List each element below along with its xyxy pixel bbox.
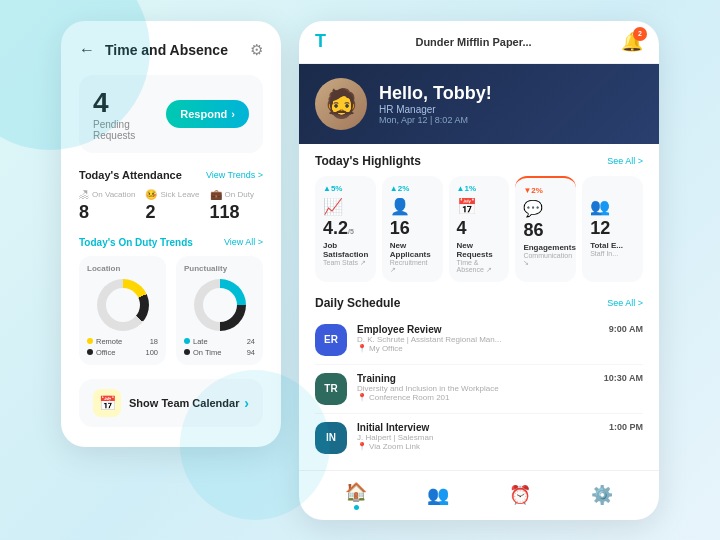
review-avatar: ER — [315, 324, 347, 356]
trends-title: Today's On Duty Trends — [79, 237, 193, 248]
punctuality-donut-chart — [194, 279, 246, 331]
ontime-label: On Time — [193, 348, 221, 357]
staff-icon: 👥 — [590, 197, 635, 216]
job-sat-badge: ▲5% — [323, 184, 368, 193]
respond-arrow-icon: › — [231, 108, 235, 120]
applicants-icon: 👤 — [390, 197, 435, 216]
eng-icon: 💬 — [523, 199, 568, 218]
team-icon: 👥 — [427, 484, 449, 506]
legend-office-left: Office — [87, 348, 115, 357]
highlight-engagements: ▼2% 💬 86 Engagements Communication ↘ — [515, 176, 576, 282]
gear-icon[interactable]: ⚙ — [250, 41, 263, 59]
duty-label: On Duty — [225, 190, 254, 199]
highlights-section: Today's Highlights See All > ▲5% 📈 4.2/5… — [299, 144, 659, 288]
interview-sub: J. Halpert | Salesman — [357, 433, 599, 442]
highlight-staff: 👥 12 Total E... Staff In... — [582, 176, 643, 282]
greeting-text: Hello, Tobby! HR Manager Mon, Apr 12 | 8… — [379, 83, 492, 125]
legend-ontime: On Time 94 — [184, 348, 255, 357]
location-title: Location — [87, 264, 158, 273]
schedule-item-training: TR Training Diversity and Inclusion in t… — [315, 365, 643, 414]
trends-row: Location Remote 18 O — [79, 256, 263, 365]
hero-section: 🧔 Hello, Tobby! HR Manager Mon, Apr 12 |… — [299, 64, 659, 144]
staff-category: Staff In... — [590, 250, 635, 257]
attendance-header: Today's Attendance View Trends > — [79, 169, 263, 181]
training-title: Training — [357, 373, 594, 384]
sick-icon: 🤒 — [145, 189, 157, 200]
training-initials: TR — [324, 383, 337, 394]
attendance-duty: 💼 On Duty 118 — [210, 189, 254, 223]
nav-time[interactable]: ⏰ — [509, 484, 531, 506]
training-location: 📍Conference Room 201 — [357, 393, 594, 402]
company-name: Dunder Mifflin Paper... — [415, 36, 531, 48]
requests-value: 4 — [457, 218, 467, 238]
avatar: 🧔 — [315, 78, 367, 130]
training-time: 10:30 AM — [604, 373, 643, 383]
respond-label: Respond — [180, 108, 227, 120]
donut-hole — [106, 288, 140, 322]
job-sat-category: Team Stats ↗ — [323, 259, 368, 267]
bottom-nav: 🏠 👥 ⏰ ⚙️ — [299, 470, 659, 520]
nav-home[interactable]: 🏠 — [345, 481, 367, 510]
legend-ontime-left: On Time — [184, 348, 221, 357]
schedule-see-all[interactable]: See All > — [607, 298, 643, 308]
remote-label: Remote — [96, 337, 122, 346]
schedule-title: Daily Schedule — [315, 296, 400, 310]
location-donut-chart — [97, 279, 149, 331]
duty-icon: 💼 — [210, 189, 222, 200]
job-sat-label: Job Satisfaction — [323, 241, 368, 259]
nav-settings[interactable]: ⚙️ — [591, 484, 613, 506]
pin-icon: 📍 — [357, 344, 367, 353]
attendance-sick: 🤒 Sick Leave 2 — [145, 189, 199, 223]
notification-area: 🔔 2 — [621, 31, 643, 53]
duty-label-row: 💼 On Duty — [210, 189, 254, 200]
review-initials: ER — [324, 334, 338, 345]
calendar-icon: 📅 — [93, 389, 121, 417]
eng-category: Communication ↘ — [523, 252, 568, 267]
schedule-section: Daily Schedule See All > ER Employee Rev… — [299, 288, 659, 470]
schedule-item-review: ER Employee Review D. K. Schrute | Assis… — [315, 316, 643, 365]
eng-value: 86 — [523, 220, 543, 240]
punctuality-legend: Late 24 On Time 94 — [184, 337, 255, 357]
sick-count: 2 — [145, 202, 155, 223]
duty-count: 118 — [210, 202, 240, 223]
legend-office: Office 100 — [87, 348, 158, 357]
job-sat-value: 4.2/5 — [323, 218, 354, 238]
eng-badge: ▼2% — [523, 186, 568, 195]
view-trends-link[interactable]: View Trends > — [206, 170, 263, 180]
interview-location: 📍Via Zoom Link — [357, 442, 599, 451]
highlights-see-all[interactable]: See All > — [607, 156, 643, 166]
time-icon: ⏰ — [509, 484, 531, 506]
highlight-job-satisfaction: ▲5% 📈 4.2/5 Job Satisfaction Team Stats … — [315, 176, 376, 282]
applicants-category: Recruitment ↗ — [390, 259, 435, 274]
settings-icon: ⚙️ — [591, 484, 613, 506]
requests-icon: 📅 — [457, 197, 502, 216]
highlights-title: Today's Highlights — [315, 154, 421, 168]
sick-label: Sick Leave — [160, 190, 199, 199]
home-icon: 🏠 — [345, 481, 367, 503]
applicants-badge: ▲2% — [390, 184, 435, 193]
attendance-title: Today's Attendance — [79, 169, 182, 181]
legend-late: Late 24 — [184, 337, 255, 346]
pin-icon-2: 📍 — [357, 393, 367, 402]
user-role: HR Manager — [379, 104, 492, 115]
trends-header: Today's On Duty Trends View All > — [79, 237, 263, 248]
view-all-link[interactable]: View All > — [224, 237, 263, 247]
respond-button[interactable]: Respond › — [166, 100, 249, 128]
donut-hole-2 — [203, 288, 237, 322]
staff-badge — [590, 184, 635, 193]
interview-info: Initial Interview J. Halpert | Salesman … — [357, 422, 599, 451]
notification-badge: 2 — [633, 27, 647, 41]
nav-team[interactable]: 👥 — [427, 484, 449, 506]
eng-label: Engagements — [523, 243, 568, 252]
late-dot — [184, 338, 190, 344]
staff-label: Total E... — [590, 241, 635, 250]
training-sub: Diversity and Inclusion in the Workplace — [357, 384, 594, 393]
attendance-vacation: 🏖 On Vacation 8 — [79, 189, 135, 223]
remote-dot — [87, 338, 93, 344]
right-panel: T Dunder Mifflin Paper... 🔔 2 🧔 Hello, T… — [299, 21, 659, 520]
staff-value: 12 — [590, 218, 610, 238]
vacation-label-row: 🏖 On Vacation — [79, 189, 135, 200]
late-label: Late — [193, 337, 208, 346]
job-sat-icon: 📈 — [323, 197, 368, 216]
punctuality-title: Punctuality — [184, 264, 255, 273]
